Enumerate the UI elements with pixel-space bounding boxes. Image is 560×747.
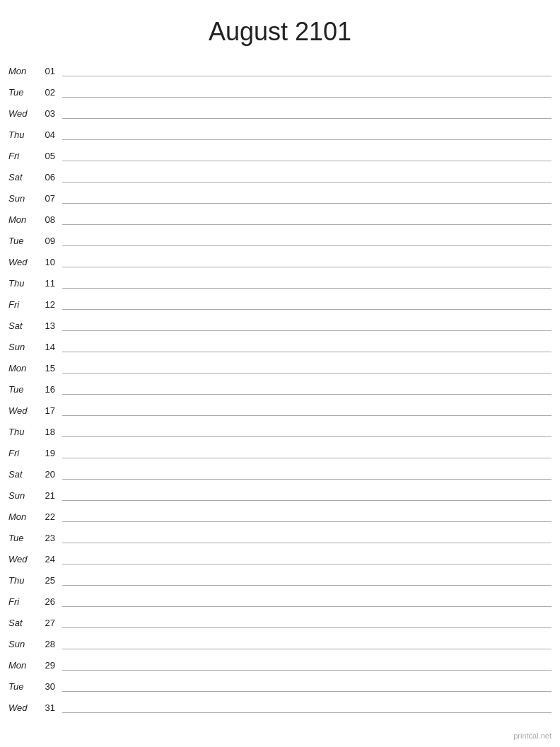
day-line[interactable] [62, 203, 552, 204]
day-name: Sat [8, 172, 35, 185]
day-row[interactable]: Thu11 [6, 270, 554, 291]
day-name: Sun [8, 193, 35, 207]
day-line[interactable] [62, 415, 552, 416]
day-row[interactable]: Fri12 [6, 291, 554, 313]
day-row[interactable]: Tue16 [6, 376, 554, 398]
day-number: 28 [35, 639, 55, 652]
day-line[interactable] [62, 627, 552, 628]
day-name: Mon [8, 214, 35, 228]
day-number: 08 [35, 214, 55, 228]
day-number: 05 [35, 151, 55, 164]
day-name: Mon [8, 363, 35, 376]
day-line[interactable] [62, 691, 552, 692]
page-title: August 2101 [0, 0, 560, 58]
day-line[interactable] [62, 118, 552, 119]
day-name: Sun [8, 639, 35, 652]
day-row[interactable]: Fri19 [6, 440, 554, 461]
day-line[interactable] [62, 543, 552, 543]
day-name: Tue [8, 384, 35, 398]
day-row[interactable]: Mon29 [6, 652, 554, 673]
day-line[interactable] [62, 712, 552, 713]
day-line[interactable] [62, 436, 552, 437]
day-row[interactable]: Wed17 [6, 398, 554, 419]
day-line[interactable] [62, 288, 552, 289]
day-number: 20 [35, 469, 55, 482]
day-line[interactable] [62, 76, 552, 76]
day-line[interactable] [62, 330, 552, 331]
day-name: Mon [8, 66, 35, 79]
day-line[interactable] [62, 564, 552, 564]
day-number: 10 [35, 257, 55, 270]
day-name: Thu [8, 427, 35, 440]
day-row[interactable]: Sun14 [6, 334, 554, 355]
day-row[interactable]: Wed31 [6, 695, 554, 716]
day-name: Wed [8, 108, 35, 122]
day-number: 29 [35, 660, 55, 673]
day-row[interactable]: Sat06 [6, 164, 554, 185]
day-line[interactable] [62, 309, 552, 310]
day-number: 23 [35, 533, 55, 546]
day-name: Fri [8, 596, 35, 610]
day-name: Sun [8, 490, 35, 504]
day-row[interactable]: Tue09 [6, 228, 554, 249]
day-row[interactable]: Mon01 [6, 58, 554, 79]
day-row[interactable]: Thu25 [6, 567, 554, 589]
day-row[interactable]: Mon22 [6, 504, 554, 525]
day-number: 15 [35, 363, 55, 376]
day-line[interactable] [62, 394, 552, 395]
day-line[interactable] [62, 245, 552, 246]
day-row[interactable]: Thu18 [6, 419, 554, 440]
day-number: 24 [35, 554, 55, 567]
day-row[interactable]: Tue02 [6, 79, 554, 100]
day-row[interactable]: Wed24 [6, 546, 554, 567]
day-name: Mon [8, 511, 35, 525]
day-number: 04 [35, 129, 55, 143]
day-number: 19 [35, 448, 55, 461]
day-row[interactable]: Tue23 [6, 525, 554, 546]
day-line[interactable] [62, 521, 552, 522]
day-line[interactable] [62, 97, 552, 98]
day-row[interactable]: Sat20 [6, 461, 554, 482]
day-line[interactable] [62, 670, 552, 671]
day-row[interactable]: Sun21 [6, 482, 554, 504]
day-row[interactable]: Sun07 [6, 185, 554, 207]
day-row[interactable]: Mon08 [6, 207, 554, 228]
day-line[interactable] [62, 500, 552, 501]
day-number: 07 [35, 193, 55, 207]
day-line[interactable] [62, 479, 552, 480]
day-number: 25 [35, 575, 55, 589]
day-number: 13 [35, 320, 55, 334]
day-number: 27 [35, 618, 55, 631]
day-line[interactable] [62, 352, 552, 352]
day-number: 26 [35, 596, 55, 610]
day-row[interactable]: Sun28 [6, 631, 554, 652]
day-line[interactable] [62, 139, 552, 140]
day-row[interactable]: Wed03 [6, 100, 554, 122]
day-row[interactable]: Sat13 [6, 313, 554, 334]
day-row[interactable]: Mon15 [6, 355, 554, 376]
day-line[interactable] [62, 373, 552, 374]
day-row[interactable]: Fri26 [6, 589, 554, 610]
day-number: 09 [35, 236, 55, 249]
day-line[interactable] [62, 161, 552, 161]
day-line[interactable] [62, 182, 552, 183]
day-number: 12 [35, 299, 55, 313]
day-row[interactable]: Sat27 [6, 610, 554, 631]
day-name: Sat [8, 320, 35, 334]
day-row[interactable]: Fri05 [6, 143, 554, 164]
day-line[interactable] [62, 606, 552, 607]
day-row[interactable]: Tue30 [6, 673, 554, 695]
day-line[interactable] [62, 458, 552, 458]
day-row[interactable]: Wed10 [6, 249, 554, 270]
day-line[interactable] [62, 224, 552, 225]
day-line[interactable] [62, 267, 552, 267]
day-line[interactable] [62, 585, 552, 586]
day-number: 18 [35, 427, 55, 440]
day-name: Thu [8, 129, 35, 143]
day-row[interactable]: Thu04 [6, 122, 554, 143]
day-name: Thu [8, 575, 35, 589]
day-line[interactable] [62, 649, 552, 649]
day-number: 16 [35, 384, 55, 398]
day-number: 03 [35, 108, 55, 122]
day-number: 11 [35, 278, 55, 291]
